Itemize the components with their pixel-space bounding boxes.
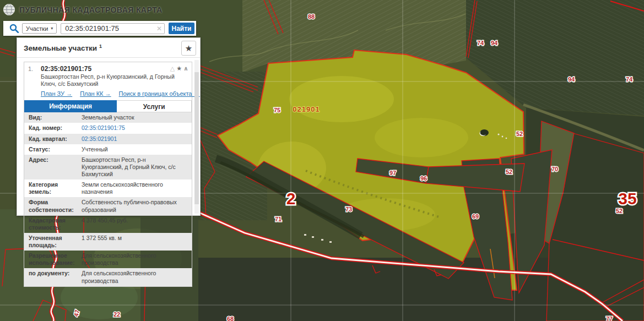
map-label-52: 52: [616, 208, 623, 214]
search-in-bounds-link[interactable]: Поиск в границах объекта →: [119, 90, 200, 97]
map-label-021901: 021901: [293, 105, 320, 113]
map-label-88: 88: [308, 13, 315, 20]
row-label: Форма собственности:: [24, 199, 82, 213]
map-label-52: 52: [516, 130, 523, 137]
row-label: Статус:: [24, 146, 82, 153]
cadastral-number: 02:35:021901:75: [41, 65, 170, 73]
parcel-info-table: Вид:Земельный участокКад. номер:02:35:02…: [24, 112, 192, 286]
map-label-96: 96: [420, 175, 427, 182]
row-value: Башкортостан Респ, р-н Куюргазинский, д …: [82, 156, 192, 178]
map-label-74: 74: [626, 76, 633, 83]
search-type-label: Участки: [26, 25, 48, 32]
document-links: План ЗУ → План КК → Поиск в границах объ…: [41, 90, 190, 97]
row-value: Земли сельскохозяйственного назначения: [82, 181, 192, 195]
row-label: Кад. квартал:: [24, 135, 82, 143]
info-row: Категория земель:Земли сельскохозяйствен…: [24, 179, 192, 197]
results-panel: Земельные участки 1 ★ 1. 02:35:021901:75…: [17, 37, 201, 216]
search-icon[interactable]: [9, 24, 19, 35]
row-label: Уточненная площадь:: [24, 235, 82, 249]
info-row: Статус:Учтенный: [24, 144, 192, 155]
plan-kk-link[interactable]: План КК →: [80, 90, 111, 97]
panel-header: Земельные участки 1 ★: [17, 38, 200, 58]
search-bar: Участки ▾ ✕ Найти: [3, 21, 196, 36]
search-input[interactable]: [61, 23, 165, 34]
map-label-94: 94: [491, 40, 498, 46]
map-label-94: 94: [568, 76, 575, 83]
row-value: Учтенный: [82, 146, 192, 153]
globe-logo-icon: [3, 3, 15, 16]
map-label-52: 52: [506, 168, 512, 175]
row-label: Разрешенное использование:: [24, 252, 82, 266]
clear-search-icon[interactable]: ✕: [156, 25, 162, 32]
row-label: Кадастровая стоимость:: [24, 217, 82, 231]
panel-scrollbar[interactable]: [194, 60, 199, 214]
row-value: 4 378 450,45 руб.: [82, 217, 192, 231]
tab-services[interactable]: Услуги: [117, 100, 192, 112]
info-row: Уточненная площадь:1 372 555 кв. м: [24, 233, 192, 251]
parcel-result-card: 1. 02:35:021901:75 △ ★ ∧ Башкортостан Ре…: [24, 62, 192, 287]
info-row: Кадастровая стоимость:4 378 450,45 руб.: [24, 215, 192, 233]
tab-information[interactable]: Информация: [24, 100, 117, 112]
map-label-22: 22: [113, 311, 120, 318]
plan-zu-link[interactable]: План ЗУ →: [41, 90, 72, 97]
map-label-97: 97: [389, 170, 396, 176]
row-value: Для сельскохозяйственного производства: [82, 270, 192, 284]
row-label: Вид:: [24, 114, 82, 121]
panel-tabs: Информация Услуги: [24, 100, 192, 112]
row-label: Кад. номер:: [24, 124, 82, 132]
row-label: Адрес:: [24, 156, 82, 178]
row-value: Земельный участок: [82, 114, 192, 121]
row-value-link[interactable]: 02:35:021901:75: [82, 124, 192, 132]
info-row: Вид:Земельный участок: [24, 112, 192, 123]
result-count: 1: [99, 43, 102, 49]
map-label-2: 2: [286, 189, 296, 208]
chevron-down-icon: ▾: [51, 26, 53, 31]
map-label-77: 77: [606, 315, 613, 321]
map-label-73: 73: [345, 206, 352, 213]
info-row: Форма собственности:Собственность публич…: [24, 197, 192, 215]
info-row: Кад. квартал:02:35:021901: [24, 134, 192, 144]
map-label-35: 35: [618, 189, 636, 208]
map-label-69: 69: [472, 213, 479, 220]
row-value-link[interactable]: 02:35:021901: [82, 135, 192, 143]
app-header: ПУБЛИЧНАЯ КАДАСТРОВАЯ КАРТА: [3, 3, 163, 16]
result-item-header: 1. 02:35:021901:75 △ ★ ∧: [24, 62, 192, 73]
map-label-68: 68: [227, 315, 234, 321]
search-input-wrap: ✕: [61, 23, 165, 34]
result-index: 1.: [28, 65, 41, 73]
favorites-button[interactable]: ★: [181, 41, 196, 56]
parcel-address: Башкортостан Респ, р-н Куюргазинский, д …: [41, 73, 187, 88]
row-value: 1 372 555 кв. м: [82, 235, 192, 249]
search-type-dropdown[interactable]: Участки ▾: [22, 23, 57, 34]
find-button[interactable]: Найти: [169, 23, 194, 34]
row-value: Собственность публично-правовых образова…: [82, 199, 192, 213]
scrollbar-thumb[interactable]: [194, 72, 199, 204]
result-item-icons: △ ★ ∧: [170, 65, 188, 73]
map-label-74: 74: [477, 40, 484, 46]
info-row: Разрешенное использование:Для сельскохоз…: [24, 251, 192, 268]
warning-icon[interactable]: △: [170, 65, 175, 73]
row-value: Для сельскохозяйственного производства: [82, 252, 192, 266]
row-label: по документу:: [24, 270, 82, 284]
cadastral-map-app: 8874949474750219015252709796235527371694…: [0, 0, 644, 321]
collapse-icon[interactable]: ∧: [183, 65, 188, 73]
panel-title: Земельные участки 1: [24, 44, 102, 52]
info-row: Кад. номер:02:35:021901:75: [24, 123, 192, 133]
info-row: по документу:Для сельскохозяйственного п…: [24, 268, 192, 286]
star-icon[interactable]: ★: [176, 65, 182, 73]
map-label-75: 75: [274, 107, 280, 113]
info-row: Адрес:Башкортостан Респ, р-н Куюргазинск…: [24, 155, 192, 179]
app-title: ПУБЛИЧНАЯ КАДАСТРОВАЯ КАРТА: [19, 6, 163, 14]
row-label: Категория земель:: [24, 181, 82, 195]
map-label-70: 70: [551, 166, 558, 172]
map-label-71: 71: [275, 216, 282, 222]
